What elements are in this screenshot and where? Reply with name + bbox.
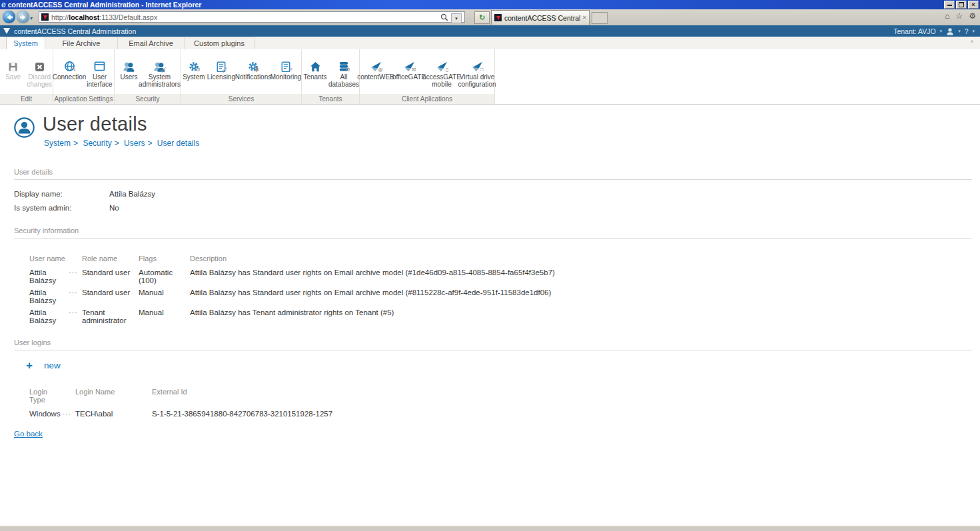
refresh-button[interactable]: ↻ <box>474 11 490 24</box>
notifications-button[interactable]: Notifications <box>237 52 270 81</box>
users-icon <box>123 61 135 72</box>
ribbon-group-edit: Save Discard changes Edit <box>0 49 53 104</box>
ribbon-tabstrip: System File Archive Email Archive Custom… <box>0 37 980 49</box>
url-text: http://localhost:1133/Default.aspx <box>51 13 157 21</box>
breadcrumb-users[interactable]: Users <box>124 139 145 148</box>
back-arrow-icon <box>5 13 14 22</box>
system-administrators-button[interactable]: System administrators <box>142 52 178 88</box>
breadcrumb-user-details[interactable]: User details <box>157 139 199 148</box>
minimize-button[interactable] <box>944 1 955 9</box>
section-security-information: Security information <box>14 227 972 239</box>
ribbon-group-tenants: Tenants ⚙ All databases Tenants <box>302 49 360 104</box>
window-bottom-edge <box>0 526 980 531</box>
browser-chrome: ▾ http://localhost:1133/Default.aspx ▾ ↻… <box>0 9 980 25</box>
row-menu-button[interactable]: ··· <box>69 268 82 276</box>
tab-custom-plugins[interactable]: Custom plugins <box>184 37 254 49</box>
minimize-icon <box>947 3 952 6</box>
address-bar[interactable]: http://localhost:1133/Default.aspx ▾ <box>39 11 465 23</box>
tenants-button[interactable]: Tenants <box>302 52 328 81</box>
user-menu-icon[interactable] <box>946 27 954 35</box>
breadcrumb-security[interactable]: Security <box>83 139 111 148</box>
tab-close-icon[interactable]: × <box>582 14 586 21</box>
browser-tab[interactable]: contentACCESS Central Adm... × <box>491 10 590 25</box>
go-back-link[interactable]: Go back <box>14 430 43 438</box>
contentweb-button[interactable]: ◍ contentWEB <box>359 52 392 81</box>
virtual-drive-configuration-button[interactable]: ⬭ Virtual drive configuration <box>459 52 495 88</box>
settings-gear-icon[interactable]: ⚙ <box>969 11 976 21</box>
all-databases-button[interactable]: ⚙ All databases <box>329 52 358 88</box>
save-button[interactable]: Save <box>1 52 25 81</box>
back-button[interactable] <box>3 11 15 23</box>
breadcrumb: System> Security> Users> User details <box>44 139 199 148</box>
close-button[interactable]: × <box>968 1 979 9</box>
ribbon-group-security: Users System administrators Security <box>115 49 181 104</box>
cell-description: Attila Balázsy has Standard user rights … <box>190 288 980 296</box>
user-interface-button[interactable]: User interface <box>86 52 113 88</box>
connection-button[interactable]: ✎ Connection <box>54 52 85 81</box>
cell-role-name: Standard user <box>82 268 139 276</box>
help-caret-icon[interactable]: ▾ <box>972 29 975 34</box>
row-menu-button[interactable]: ··· <box>62 410 75 418</box>
ribbon-group-application-settings: ✎ Connection User interface Application … <box>53 49 115 104</box>
main-content: User details System> Security> Users> Us… <box>0 105 980 438</box>
key-icon <box>161 67 167 73</box>
discard-icon <box>35 62 45 72</box>
site-favicon <box>41 13 49 21</box>
home-icon[interactable]: ⌂ <box>945 11 949 21</box>
tab-email-archive[interactable]: Email Archive <box>117 37 185 49</box>
cell-login-type: Windows <box>29 410 62 418</box>
app-title: contentACCESS Central Administration <box>14 27 136 35</box>
section-user-logins: User logins <box>14 338 972 350</box>
restore-button[interactable] <box>956 1 967 9</box>
row-menu-button[interactable]: ··· <box>69 308 82 316</box>
group-label-client-aplications: Client Aplications <box>360 94 494 104</box>
col-role-name: Role name <box>82 255 139 263</box>
monitoring-button[interactable]: ? Monitoring <box>271 52 300 81</box>
tenant-caret-icon[interactable]: ▾ <box>940 29 943 34</box>
security-table-row: Attila Balázsy ··· Tenant administrator … <box>29 308 980 324</box>
tenant-selector[interactable]: Tenant: AVJO <box>893 27 935 35</box>
favorites-star-icon[interactable]: ☆ <box>955 11 963 21</box>
breadcrumb-system[interactable]: System <box>44 139 71 148</box>
user-avatar <box>14 117 35 138</box>
security-table-row: Attila Balázsy ··· Standard user Automat… <box>29 268 980 284</box>
new-tab-button[interactable] <box>592 12 608 24</box>
cell-external-id: S-1-5-21-3865941880-842706783-3210151928… <box>152 410 980 418</box>
forward-button[interactable] <box>17 11 29 23</box>
row-menu-button[interactable]: ··· <box>69 288 82 296</box>
cell-user-name: Attila Balázsy <box>29 308 69 324</box>
col-external-id: External Id <box>152 388 980 396</box>
ribbon: Save Discard changes Edit ✎ Connection U… <box>0 49 980 105</box>
cell-flags: Manual <box>139 288 190 296</box>
officegate-button[interactable]: ✉ officeGATE <box>394 52 424 81</box>
address-dropdown-button[interactable]: ▾ <box>451 13 462 23</box>
new-login-button[interactable]: + new <box>26 360 980 370</box>
tenants-house-icon <box>310 61 321 72</box>
ribbon-collapse-icon[interactable]: ^ <box>971 39 973 46</box>
close-icon: × <box>971 2 975 8</box>
tab-favicon <box>494 14 502 21</box>
cell-description: Attila Balázsy has Standard user rights … <box>190 268 980 276</box>
cell-user-name: Attila Balázsy <box>29 268 69 284</box>
col-description: Description <box>190 255 980 263</box>
search-icon[interactable] <box>439 13 450 22</box>
is-system-admin-value: No <box>109 204 119 212</box>
group-label-edit: Edit <box>0 94 53 104</box>
key-icon <box>222 67 228 73</box>
accessgate-mobile-button[interactable]: ▯ accessGATE mobile <box>426 52 458 88</box>
security-table-header: User name Role name Flags Description <box>29 255 980 263</box>
logins-table-header: Login Type Login Name External Id <box>29 388 980 404</box>
licensing-button[interactable]: Licensing <box>207 52 235 81</box>
system-button[interactable]: ⚙ System <box>182 52 206 81</box>
recent-pages-caret-icon[interactable]: ▾ <box>30 15 33 21</box>
user-interface-window-icon <box>94 61 105 72</box>
cell-flags: Manual <box>139 308 190 316</box>
col-login-name: Login Name <box>75 388 152 396</box>
discard-changes-button[interactable]: Discard changes <box>27 52 52 88</box>
tab-file-archive[interactable]: File Archive <box>45 37 118 49</box>
help-menu[interactable]: ? <box>965 27 969 35</box>
ribbon-filler <box>495 49 980 104</box>
user-caret-icon[interactable]: ▾ <box>958 29 961 34</box>
tab-system[interactable]: System <box>6 37 45 49</box>
users-button[interactable]: Users <box>118 52 141 81</box>
